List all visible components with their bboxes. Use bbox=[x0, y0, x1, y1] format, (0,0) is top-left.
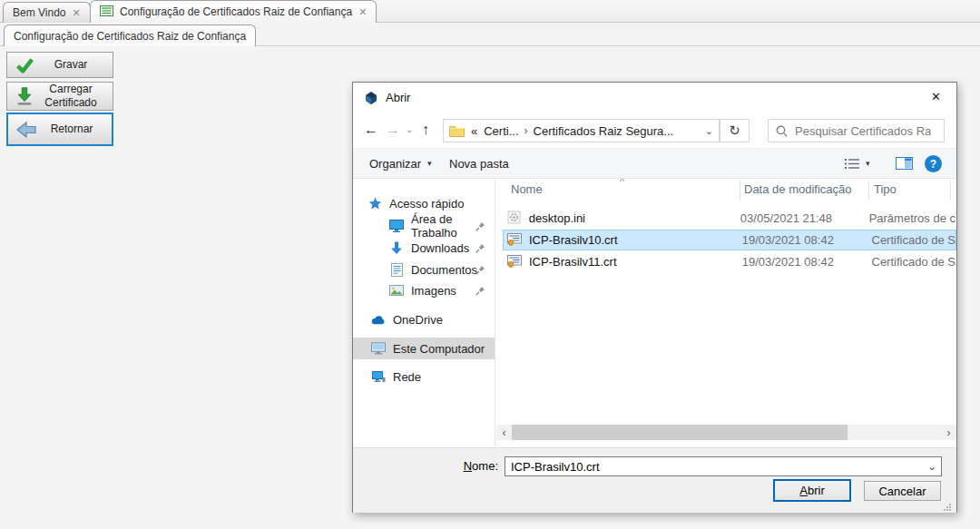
search-box[interactable] bbox=[768, 119, 945, 142]
scroll-right-arrow[interactable]: › bbox=[941, 425, 956, 440]
file-date: 19/03/2021 08:42 bbox=[742, 255, 872, 269]
sidebar-label: Este Computador bbox=[393, 342, 485, 356]
sidebar-item-documentos[interactable]: Documentos bbox=[353, 259, 495, 280]
file-row-desktop-ini[interactable]: desktop.ini 03/05/2021 21:48 Parâmetros … bbox=[503, 208, 956, 229]
organizar-button[interactable]: Organizar ▾ bbox=[364, 149, 437, 178]
filename-combobox[interactable]: ⌄ bbox=[505, 456, 942, 476]
dialog-toolbar: Organizar ▾ Nova pasta ▾ ? bbox=[353, 148, 956, 179]
preview-pane-icon bbox=[896, 157, 913, 170]
back-icon[interactable]: ← bbox=[364, 122, 378, 138]
cancelar-label: Cancelar bbox=[878, 485, 926, 498]
certificate-tab-icon bbox=[100, 5, 113, 19]
file-date: 03/05/2021 21:48 bbox=[740, 211, 869, 225]
column-divider[interactable] bbox=[868, 181, 869, 201]
horizontal-scrollbar[interactable]: ‹ › bbox=[496, 425, 956, 440]
filename-label: Nome: bbox=[407, 459, 498, 473]
sidebar-label: Downloads bbox=[411, 241, 469, 255]
help-button[interactable]: ? bbox=[925, 155, 942, 172]
sidebar-item-area-de-trabalho[interactable]: Área de Trabalho bbox=[353, 215, 495, 237]
desktop-icon bbox=[389, 220, 404, 232]
search-input[interactable] bbox=[795, 124, 931, 138]
sidebar-label: Imagens bbox=[411, 284, 456, 298]
subtab-label: Configuração de Certificados Raiz de Con… bbox=[14, 30, 246, 43]
forward-icon[interactable]: → bbox=[386, 122, 400, 138]
tab-label: Bem Vindo bbox=[13, 6, 65, 19]
pin-icon bbox=[475, 285, 485, 299]
column-divider[interactable] bbox=[950, 181, 951, 201]
pin-icon bbox=[475, 220, 485, 234]
nova-pasta-button[interactable]: Nova pasta bbox=[444, 149, 514, 178]
sidebar-item-este-computador[interactable]: Este Computador bbox=[353, 338, 495, 359]
help-icon: ? bbox=[930, 158, 936, 171]
column-header-nome[interactable]: Nome bbox=[511, 182, 543, 196]
views-button[interactable]: ▾ bbox=[839, 149, 876, 178]
dialog-nav-row: ← → ⌄ ↑ « Certi... › Certificados Raiz S… bbox=[353, 113, 956, 148]
sort-ascending-icon[interactable]: ^ bbox=[620, 179, 624, 187]
breadcrumb-segment[interactable]: Certi... bbox=[484, 124, 518, 138]
tab-bem-vindo[interactable]: Bem Vindo ✕ bbox=[3, 2, 91, 23]
refresh-button[interactable]: ↻ bbox=[720, 119, 750, 142]
subtab-configuracao-certificados[interactable]: Configuração de Certificados Raiz de Con… bbox=[4, 24, 256, 46]
onedrive-cloud-icon bbox=[371, 315, 386, 325]
sidebar-item-acesso-rapido[interactable]: Acesso rápido bbox=[353, 192, 495, 214]
dialog-close-button[interactable]: ✕ bbox=[916, 83, 956, 110]
file-date: 19/03/2021 08:42 bbox=[742, 233, 872, 247]
breadcrumb-segment[interactable]: Certificados Raiz Segura... bbox=[534, 124, 674, 138]
pin-icon bbox=[475, 264, 485, 278]
dialog-titlebar[interactable]: Abrir ✕ bbox=[353, 83, 956, 113]
file-row-icp-brasilv11[interactable]: ICP-Brasilv11.crt 19/03/2021 08:42 Certi… bbox=[503, 251, 956, 272]
sub-tab-strip: Configuração de Certificados Raiz de Con… bbox=[0, 23, 980, 46]
dropdown-icon: ▾ bbox=[427, 159, 432, 168]
chevron-down-icon[interactable]: ⌄ bbox=[923, 461, 941, 473]
scrollbar-thumb[interactable] bbox=[512, 425, 848, 440]
sidebar-item-rede[interactable]: Rede bbox=[353, 366, 495, 387]
pin-icon bbox=[475, 242, 485, 256]
pictures-icon bbox=[389, 285, 404, 296]
download-icon bbox=[15, 86, 34, 106]
close-icon: ✕ bbox=[931, 90, 941, 103]
downloads-icon bbox=[389, 241, 404, 255]
gravar-button[interactable]: Gravar bbox=[6, 52, 113, 78]
folder-icon bbox=[449, 125, 465, 137]
up-icon[interactable]: ↑ bbox=[422, 122, 429, 138]
file-row-icp-brasilv10[interactable]: ICP-Brasilv10.crt 19/03/2021 08:42 Certi… bbox=[503, 230, 956, 250]
address-breadcrumb[interactable]: « Certi... › Certificados Raiz Segura...… bbox=[443, 119, 720, 142]
cancelar-button[interactable]: Cancelar bbox=[864, 481, 941, 501]
file-name: desktop.ini bbox=[529, 211, 740, 225]
filename-input[interactable] bbox=[505, 460, 923, 474]
retornar-button[interactable]: Retornar bbox=[6, 113, 113, 146]
nova-pasta-label: Nova pasta bbox=[449, 157, 509, 171]
quick-access-star-icon bbox=[368, 197, 382, 211]
sidebar-item-imagens[interactable]: Imagens bbox=[353, 279, 495, 301]
history-chevron-icon[interactable]: ⌄ bbox=[406, 124, 413, 134]
breadcrumb-separator-icon: › bbox=[519, 124, 534, 137]
documents-icon bbox=[389, 263, 404, 277]
scroll-left-arrow[interactable]: ‹ bbox=[496, 425, 512, 440]
sidebar-label: Acesso rápido bbox=[389, 197, 464, 211]
column-header-tipo[interactable]: Tipo bbox=[874, 182, 897, 196]
carregar-certificado-button[interactable]: Carregar Certificado bbox=[6, 82, 113, 111]
check-icon bbox=[15, 56, 34, 74]
breadcrumb-overflow[interactable]: « bbox=[471, 124, 477, 138]
resize-grip[interactable] bbox=[943, 501, 952, 514]
close-icon[interactable]: ✕ bbox=[72, 8, 80, 18]
sidebar-item-onedrive[interactable]: OneDrive bbox=[353, 309, 495, 330]
ini-file-icon bbox=[507, 211, 523, 227]
gravar-label: Gravar bbox=[34, 58, 113, 72]
address-dropdown-icon[interactable]: ⌄ bbox=[705, 125, 713, 137]
sidebar-label: Rede bbox=[393, 370, 421, 384]
column-header-data[interactable]: Data de modificação bbox=[744, 182, 852, 196]
tab-configuracao-certificados[interactable]: Configuração de Certificados Raiz de Con… bbox=[90, 0, 377, 23]
close-icon[interactable]: ✕ bbox=[358, 7, 367, 17]
dialog-body: Acesso rápido Área de Trabalho Downloads bbox=[353, 179, 956, 447]
sidebar-divider bbox=[495, 179, 495, 447]
dialog-title: Abrir bbox=[386, 91, 410, 104]
dropdown-icon: ▾ bbox=[866, 159, 870, 168]
file-list: ^ Nome Data de modificação Tipo desktop.… bbox=[496, 179, 956, 447]
retornar-label: Retornar bbox=[37, 122, 112, 136]
organizar-label: Organizar bbox=[369, 157, 421, 171]
sidebar-item-downloads[interactable]: Downloads bbox=[353, 237, 495, 259]
preview-pane-button[interactable] bbox=[890, 149, 918, 178]
abrir-button[interactable]: Abrir bbox=[773, 479, 851, 502]
column-divider[interactable] bbox=[740, 181, 740, 201]
